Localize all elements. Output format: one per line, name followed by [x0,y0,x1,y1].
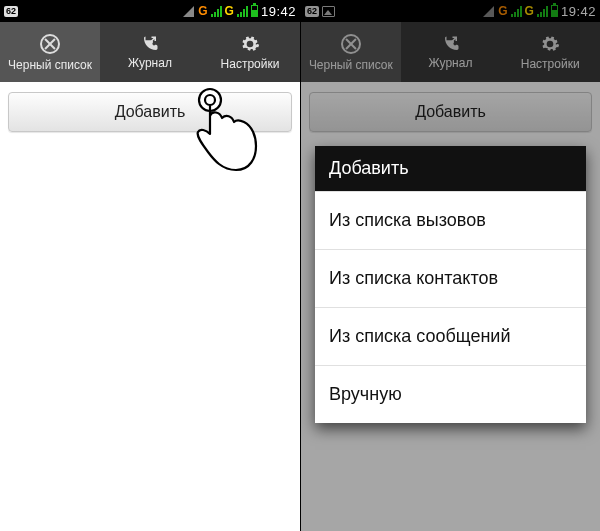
tab-blacklist[interactable]: Черный список [0,22,100,82]
tab-journal[interactable]: Журнал [100,22,200,82]
tab-blacklist-label: Черный список [8,58,92,72]
content-area: Добавить [0,82,300,531]
tab-settings[interactable]: Настройки [200,22,300,82]
dialog-item-from-messages[interactable]: Из списка сообщений [315,307,586,365]
tab-settings-label: Настройки [221,57,280,71]
add-button-label: Добавить [115,103,186,121]
phone-screen-right: 62 G G 19:42 Черный список Журнал [300,0,600,531]
add-button[interactable]: Добавить [8,92,292,132]
network-g-1: G [198,4,207,18]
network-g-2: G [225,4,234,18]
battery-icon [251,5,258,17]
add-dialog: Добавить Из списка вызовов Из списка кон… [315,146,586,423]
signal-triangle-icon [183,6,194,17]
dialog-item-from-contacts[interactable]: Из списка контактов [315,249,586,307]
status-bar: 62 G G 19:42 [0,0,300,22]
dialog-item-from-calls[interactable]: Из списка вызовов [315,191,586,249]
tab-journal-label: Журнал [128,56,172,70]
phone-screen-left: 62 G G 19:42 Черный список Журнал На [0,0,300,531]
signal-bars-icon [211,6,222,17]
dialog-item-manual[interactable]: Вручную [315,365,586,423]
gear-icon [240,34,260,54]
phone-arrow-icon [141,35,159,53]
dialog-title: Добавить [315,146,586,191]
signal-bars-icon-2 [237,6,248,17]
tab-bar: Черный список Журнал Настройки [0,22,300,82]
clock-time: 19:42 [261,4,296,19]
blacklist-icon [39,33,61,55]
battery-badge: 62 [4,6,18,17]
